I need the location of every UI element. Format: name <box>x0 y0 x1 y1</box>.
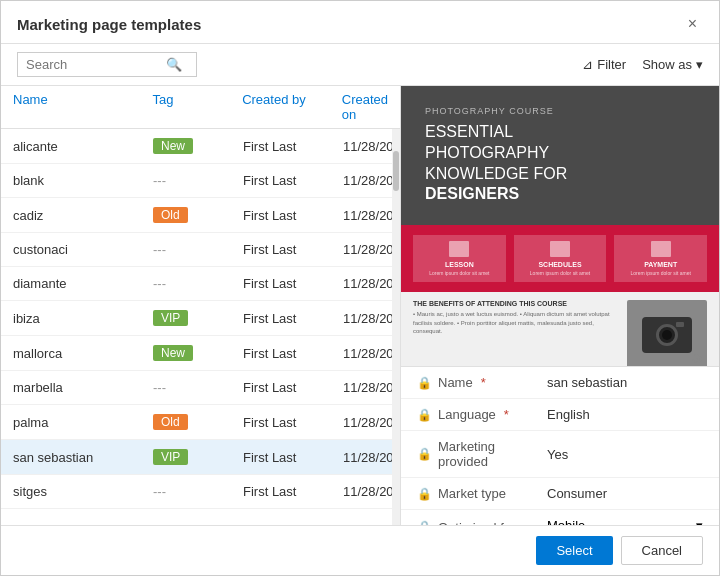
show-as-button[interactable]: Show as ▾ <box>642 57 703 72</box>
cell-tag: New <box>141 341 231 365</box>
preview-card-text: Lorem ipsum dolor sit amet <box>429 270 489 276</box>
search-input[interactable] <box>26 57 166 72</box>
cell-tag: Old <box>141 203 231 227</box>
cell-created-on: 11/28/2019 10:... <box>331 169 392 192</box>
detail-value: Mobile <box>547 518 585 525</box>
detail-value: English <box>547 407 590 422</box>
tag-dash: --- <box>153 484 166 499</box>
show-as-label: Show as <box>642 57 692 72</box>
col-header-created-by[interactable]: Created by <box>230 86 330 128</box>
detail-value-dropdown[interactable]: Mobile ▾ <box>547 518 703 525</box>
tag-dash: --- <box>153 173 166 188</box>
table-row[interactable]: palma Old First Last 11/28/2019 10:... <box>1 405 392 440</box>
preview-card: PAYMENT Lorem ipsum dolor sit amet <box>614 235 707 282</box>
filter-button[interactable]: ⊿ Filter <box>582 57 626 72</box>
table-row[interactable]: custonaci --- First Last 11/28/2019 10:.… <box>1 233 392 267</box>
cell-created-by: First Last <box>231 411 331 434</box>
cell-tag: --- <box>141 376 231 399</box>
preview-card-icon <box>449 241 469 257</box>
cell-created-on: 11/28/2019 10:... <box>331 342 392 365</box>
cell-created-by: First Last <box>231 238 331 261</box>
preview-card-label: LESSON <box>445 261 474 268</box>
required-marker: * <box>504 407 509 422</box>
preview-card-text: Lorem ipsum dolor sit amet <box>530 270 590 276</box>
cell-tag: --- <box>141 272 231 295</box>
filter-label: Filter <box>597 57 626 72</box>
preview-lower-section: THE BENEFITS OF ATTENDING THIS COURSE • … <box>401 292 719 366</box>
heading-bold: DESIGNERS <box>425 185 519 202</box>
zoom-icon: ⊕ <box>691 350 703 366</box>
table-row[interactable]: alicante New First Last 11/28/2019 10:..… <box>1 129 392 164</box>
cell-created-on: 11/28/2019 10:... <box>331 446 392 469</box>
select-button[interactable]: Select <box>536 536 612 565</box>
cell-name: palma <box>1 411 141 434</box>
list-header: Name Tag Created by Created on <box>1 86 400 129</box>
cell-created-on: 11/28/2019 10:... <box>331 307 392 330</box>
close-button[interactable]: × <box>682 13 703 35</box>
tag-dash: --- <box>153 242 166 257</box>
cell-created-by: First Last <box>231 446 331 469</box>
detail-label: 🔒 Name* <box>417 375 547 390</box>
table-row[interactable]: diamante --- First Last 11/28/2019 10:..… <box>1 267 392 301</box>
cell-name: custonaci <box>1 238 141 261</box>
table-row[interactable]: sitges --- First Last 11/28/2019 10:... <box>1 475 392 509</box>
cell-created-by: First Last <box>231 307 331 330</box>
lock-icon: 🔒 <box>417 376 432 390</box>
heading-line2: PHOTOGRAPHY <box>425 144 549 161</box>
preview-main-hero: Photography Course ESSENTIAL PHOTOGRAPHY… <box>401 86 719 225</box>
lock-icon: 🔒 <box>417 447 432 461</box>
preview-cards-section: LESSON Lorem ipsum dolor sit amet SCHEDU… <box>401 225 719 292</box>
dialog-header: Marketing page templates × <box>1 1 719 44</box>
tag-badge: New <box>153 345 193 361</box>
cell-created-on: 11/28/2019 10:... <box>331 238 392 261</box>
heading-line3: KNOWLEDGE FOR <box>425 165 567 182</box>
list-panel: Name Tag Created by Created on alicante … <box>1 86 401 525</box>
chevron-down-icon: ▾ <box>696 57 703 72</box>
table-row[interactable]: ibiza VIP First Last 11/28/2019 10:... <box>1 301 392 336</box>
detail-row: 🔒 Name* san sebastian <box>401 367 719 399</box>
cell-name: mallorca <box>1 342 141 365</box>
preview-card: LESSON Lorem ipsum dolor sit amet <box>413 235 506 282</box>
scrollbar-track[interactable] <box>392 129 400 525</box>
cell-created-by: First Last <box>231 376 331 399</box>
lock-icon: 🔒 <box>417 408 432 422</box>
cell-name: cadiz <box>1 204 141 227</box>
col-header-tag[interactable]: Tag <box>140 86 230 128</box>
table-row[interactable]: marbella --- First Last 11/28/2019 10:..… <box>1 371 392 405</box>
table-row[interactable]: cadiz Old First Last 11/28/2019 10:... <box>1 198 392 233</box>
camera-flash <box>676 322 684 327</box>
detail-row: 🔒 Language* English <box>401 399 719 431</box>
preview-card-icon <box>550 241 570 257</box>
camera-lens-inner <box>662 330 672 340</box>
detail-row: 🔒 Market type Consumer <box>401 478 719 510</box>
table-row[interactable]: mallorca New First Last 11/28/2019 10:..… <box>1 336 392 371</box>
table-row[interactable]: blank --- First Last 11/28/2019 10:... <box>1 164 392 198</box>
dialog-footer: Select Cancel <box>1 525 719 575</box>
preview-sublabel: Photography Course <box>425 106 554 116</box>
scrollbar-thumb <box>393 151 399 191</box>
detail-panel: 🔒 Name* san sebastian 🔒 Language* Englis… <box>401 366 719 525</box>
detail-label: 🔒 Marketing provided <box>417 439 547 469</box>
cell-created-on: 11/28/2019 10:... <box>331 135 392 158</box>
cell-tag: Old <box>141 410 231 434</box>
camera-lens <box>656 324 678 346</box>
cell-created-on: 11/28/2019 10:... <box>331 480 392 503</box>
table-row[interactable]: san sebastian VIP First Last 11/28/2019 … <box>1 440 392 475</box>
col-header-created-on[interactable]: Created on <box>330 86 400 128</box>
detail-row: 🔒 Optimized for Mobile ▾ <box>401 510 719 525</box>
search-icon: 🔍 <box>166 57 182 72</box>
tag-badge: Old <box>153 207 188 223</box>
col-header-name[interactable]: Name <box>1 86 140 128</box>
list-content: alicante New First Last 11/28/2019 10:..… <box>1 129 392 525</box>
preview-card-text: Lorem ipsum dolor sit amet <box>631 270 691 276</box>
cell-created-on: 11/28/2019 10:... <box>331 204 392 227</box>
cell-created-by: First Last <box>231 342 331 365</box>
cell-tag: VIP <box>141 445 231 469</box>
dialog-title: Marketing page templates <box>17 16 201 33</box>
search-box: 🔍 <box>17 52 197 77</box>
preview-panel: Photography Course ESSENTIAL PHOTOGRAPHY… <box>401 86 719 525</box>
cancel-button[interactable]: Cancel <box>621 536 703 565</box>
preview-card: SCHEDULES Lorem ipsum dolor sit amet <box>514 235 607 282</box>
filter-icon: ⊿ <box>582 57 593 72</box>
list-panel-inner: alicante New First Last 11/28/2019 10:..… <box>1 129 400 525</box>
